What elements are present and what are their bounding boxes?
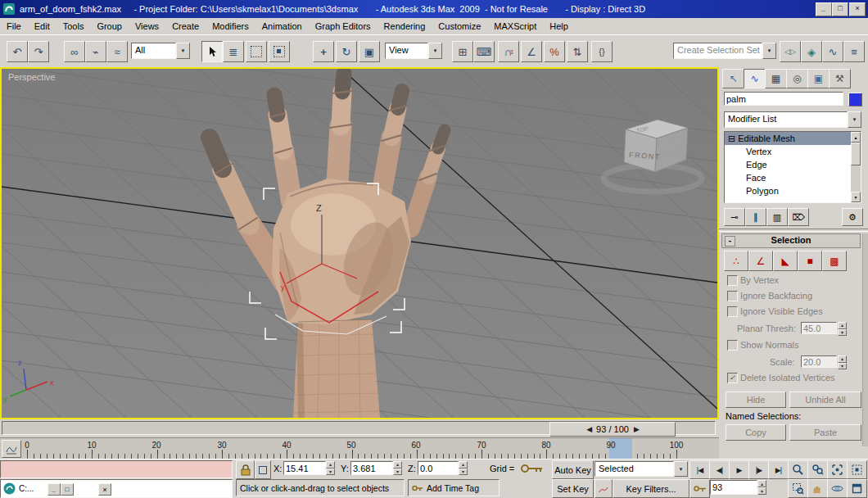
menu-maxscript[interactable]: MAXScript (487, 19, 543, 34)
object-name-input[interactable] (724, 92, 843, 106)
time-slider-button[interactable]: ◀ 93 / 100 ▶ (549, 422, 676, 437)
perspective-viewport[interactable]: Z y FRONT TOP z x y (0, 67, 719, 419)
spinner-down-icon[interactable]: ▾ (838, 329, 847, 337)
select-and-link-button[interactable]: ∞ (64, 41, 85, 62)
previous-frame-button[interactable]: ◀| (709, 460, 730, 479)
selection-filter-combo[interactable]: All ▼ (131, 43, 190, 59)
keyboard-shortcut-override-toggle[interactable]: ⌨ (473, 41, 495, 62)
snap-toggle-3d[interactable]: ∩3 (498, 41, 519, 62)
show-normals-checkbox[interactable] (727, 340, 738, 351)
minimize-button[interactable]: _ (816, 2, 832, 16)
zoom-region-button[interactable] (788, 479, 808, 498)
maximize-button[interactable]: □ (832, 2, 848, 16)
select-and-scale-button[interactable]: ▣ (359, 41, 380, 62)
tab-utilities[interactable]: ⚒ (829, 69, 851, 88)
menu-views[interactable]: Views (129, 19, 165, 34)
viewport-canvas[interactable]: Z y FRONT TOP z x y (2, 69, 717, 418)
planar-thresh-field[interactable] (801, 322, 837, 334)
pan-button[interactable] (807, 479, 828, 498)
mini-minimize-button[interactable]: _ (47, 483, 61, 496)
z-spinner[interactable]: ▴▾ (459, 461, 468, 475)
scrollbar-thumb[interactable] (851, 143, 861, 165)
stack-item-polygon[interactable]: Polygon (725, 184, 851, 197)
stack-item-edge[interactable]: Edge (725, 158, 851, 171)
go-to-end-button[interactable]: ▶| (768, 460, 789, 479)
undo-button[interactable]: ↶ (7, 41, 28, 62)
spinner-up-icon[interactable]: ▴ (838, 355, 847, 363)
current-frame-field[interactable] (710, 480, 757, 495)
remove-modifier-button[interactable]: ⌦ (788, 208, 809, 226)
subobject-element-button[interactable]: ▩ (822, 251, 847, 271)
subobject-polygon-button[interactable]: ■ (798, 251, 822, 271)
z-coordinate-field[interactable] (418, 461, 459, 475)
curve-editor-button[interactable]: ∿ (822, 41, 843, 62)
arc-rotate-button[interactable] (827, 479, 848, 498)
subobject-vertex-button[interactable]: ∴ (724, 251, 748, 271)
menu-edit[interactable]: Edit (28, 19, 57, 34)
modifier-list-combo[interactable]: Modifier List ▼ (724, 111, 861, 128)
menu-help[interactable]: Help (543, 19, 575, 34)
unhide-all-button[interactable]: Unhide All (789, 392, 861, 408)
stack-scrollbar[interactable]: ▲ ▼ (851, 132, 861, 202)
maxscript-listener-line[interactable]: C:... _ □ × (0, 479, 233, 498)
object-color-swatch[interactable] (848, 93, 862, 106)
select-object-button[interactable] (201, 41, 223, 62)
viewport-label[interactable]: Perspective (8, 72, 55, 82)
mini-close-button[interactable]: × (98, 483, 111, 496)
planar-thresh-spinner[interactable]: ▴ ▾ (838, 322, 847, 336)
go-to-start-button[interactable]: |◀ (689, 460, 710, 479)
menu-rendering[interactable]: Rendering (377, 19, 432, 34)
spinner-up-icon[interactable]: ▴ (838, 322, 847, 329)
zoom-button[interactable] (788, 460, 808, 479)
subobject-edge-button[interactable]: ∠ (748, 251, 773, 271)
hide-button[interactable]: Hide (726, 392, 786, 408)
track-bar[interactable]: 0 10 20 30 40 50 60 70 80 90 100 (0, 437, 719, 460)
layer-manager-button[interactable]: ≡ (843, 41, 865, 62)
menu-modifiers[interactable]: Modifiers (206, 19, 255, 34)
spinner-down-icon[interactable]: ▾ (757, 487, 766, 495)
menu-graph-editors[interactable]: Graph Editors (309, 19, 377, 34)
selection-rollout-header[interactable]: - Selection (721, 233, 861, 248)
paste-button[interactable]: Paste (789, 424, 861, 441)
y-spinner[interactable]: ▴▾ (393, 461, 402, 475)
scroll-down-icon[interactable]: ▼ (851, 192, 861, 202)
key-filters-button[interactable]: Key Filters... (613, 479, 689, 498)
panel-scrollbar[interactable] (862, 233, 868, 446)
pin-stack-button[interactable]: ⊸ (724, 208, 745, 226)
select-by-name-button[interactable]: ≣ (223, 41, 244, 62)
unlink-selection-button[interactable]: ⌁ (85, 41, 106, 62)
chevron-down-icon[interactable]: ▼ (848, 111, 861, 128)
slider-prev-icon[interactable]: ◀ (586, 425, 591, 433)
time-slider-track[interactable]: ◀ 93 / 100 ▶ (0, 419, 719, 437)
auto-key-button[interactable]: Auto Key (552, 460, 594, 479)
edit-named-selection-sets-button[interactable]: {} (591, 41, 613, 62)
set-key-button[interactable]: Set Key (552, 479, 594, 498)
percent-snap-toggle[interactable]: % (544, 41, 565, 62)
modifier-stack[interactable]: ⊟ Editable Mesh Vertex Edge Face Polygon… (724, 131, 861, 203)
set-key-filter-combo[interactable]: Selected ▼ (594, 461, 688, 477)
next-frame-button[interactable]: |▶ (748, 460, 769, 479)
slider-next-icon[interactable]: ▶ (634, 425, 639, 433)
stack-item-editable-mesh[interactable]: ⊟ Editable Mesh (725, 132, 851, 145)
select-and-rotate-button[interactable]: ↻ (336, 41, 357, 62)
absolute-offset-mode-toggle[interactable] (255, 460, 271, 479)
by-vertex-checkbox[interactable] (727, 275, 738, 286)
copy-button[interactable]: Copy (726, 424, 786, 441)
default-tangents-button[interactable] (594, 479, 613, 498)
chevron-down-icon[interactable]: ▼ (428, 43, 442, 59)
menu-file[interactable]: File (0, 19, 28, 34)
tab-display[interactable]: ▣ (807, 69, 830, 88)
zoom-extents-button[interactable] (827, 460, 848, 479)
delete-isolated-checkbox[interactable]: ✓ (727, 373, 738, 383)
spinner-snap-toggle[interactable]: ⇅ (567, 41, 588, 62)
tab-modify[interactable]: ∿ (744, 69, 766, 88)
tab-create[interactable]: ↖ (722, 69, 744, 88)
reference-coordinate-combo[interactable]: View ▼ (385, 43, 442, 59)
configure-modifier-sets-button[interactable]: ⚙ (842, 208, 863, 226)
spinner-up-icon[interactable]: ▴ (393, 461, 402, 469)
tab-hierarchy[interactable]: ▦ (765, 69, 787, 88)
scale-field[interactable] (801, 355, 837, 368)
menu-create[interactable]: Create (165, 19, 206, 34)
scroll-up-icon[interactable]: ▲ (851, 132, 861, 143)
spinner-down-icon[interactable]: ▾ (326, 469, 335, 476)
